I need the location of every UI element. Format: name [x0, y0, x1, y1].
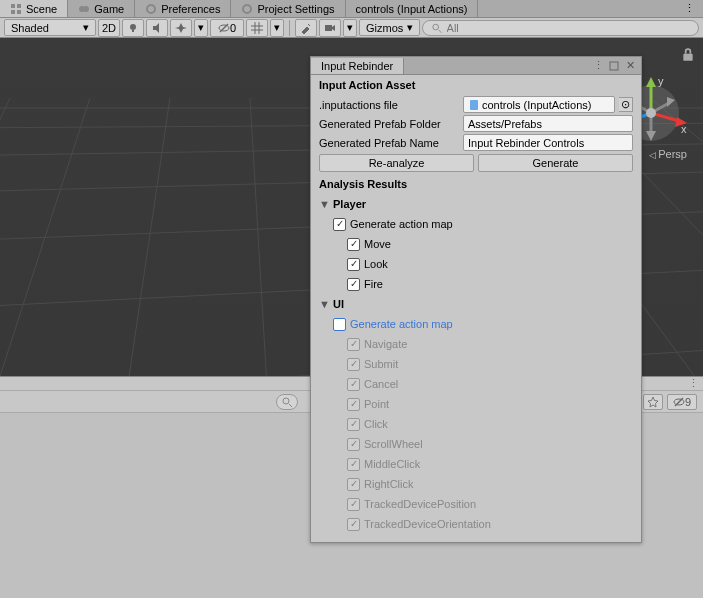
tab-project-settings[interactable]: Project Settings [231, 0, 345, 17]
shading-mode-label: Shaded [11, 22, 49, 34]
tab-scene[interactable]: Scene [0, 0, 68, 17]
hidden-count: 0 [230, 22, 236, 34]
generate-button[interactable]: Generate [478, 154, 633, 172]
checkbox-checked-icon[interactable] [347, 258, 360, 271]
shading-mode-dropdown[interactable]: Shaded▾ [4, 19, 96, 36]
checkbox-disabled-icon [347, 418, 360, 431]
panel-tab-input-rebinder[interactable]: Input Rebinder [311, 58, 404, 74]
player-foldout[interactable]: ▼Player [319, 194, 633, 214]
svg-rect-2 [11, 10, 15, 14]
object-picker-button[interactable]: ⊙ [619, 97, 633, 112]
svg-point-6 [147, 5, 155, 13]
tab-game[interactable]: Game [68, 0, 135, 17]
ui-action-row: RightClick [319, 474, 633, 494]
generate-label: Generate [533, 157, 579, 169]
lower-search-button[interactable] [276, 394, 298, 410]
checkbox-unchecked-icon[interactable] [333, 318, 346, 331]
svg-point-7 [243, 5, 251, 13]
tab-ctrl-label: controls (Input Actions) [356, 3, 468, 15]
reanalyze-button[interactable]: Re-analyze [319, 154, 474, 172]
grid-icon [251, 22, 263, 34]
checkbox-checked-icon[interactable] [347, 238, 360, 251]
tab-prefs[interactable]: Preferences [135, 0, 231, 17]
projection-label[interactable]: ◁ Persp [649, 148, 687, 160]
checkbox-checked-icon[interactable] [333, 218, 346, 231]
action-fire-row[interactable]: Fire [319, 274, 633, 294]
camera-button[interactable] [319, 19, 341, 37]
search-icon [281, 396, 293, 408]
lighting-toggle-button[interactable] [122, 19, 144, 37]
fx-dropdown-button[interactable]: ▾ [194, 19, 208, 37]
main-tab-strip: Scene Game Preferences Project Settings … [0, 0, 703, 18]
grid-dropdown-button[interactable]: ▾ [270, 19, 284, 37]
tab-controls[interactable]: controls (Input Actions) [346, 0, 479, 17]
audio-icon [151, 22, 163, 34]
scene-search-input[interactable] [447, 22, 690, 34]
panel-tabbar: Input Rebinder ⋮ ✕ [311, 57, 641, 75]
ui-action-label: TrackedDevicePosition [364, 498, 476, 510]
gizmos-dropdown[interactable]: Gizmos▾ [359, 19, 420, 36]
action-move-row[interactable]: Move [319, 234, 633, 254]
search-icon [431, 22, 442, 34]
ui-action-label: TrackedDeviceOrientation [364, 518, 491, 530]
panel-tab-label: Input Rebinder [321, 60, 393, 72]
audio-toggle-button[interactable] [146, 19, 168, 37]
checkbox-disabled-icon [347, 498, 360, 511]
checkbox-disabled-icon [347, 358, 360, 371]
favorite-filter-button[interactable] [643, 394, 663, 410]
fx-toggle-button[interactable] [170, 19, 192, 37]
inputactions-file-label: .inputactions file [319, 99, 459, 111]
camera-dropdown-button[interactable]: ▾ [343, 19, 357, 37]
asset-icon [468, 99, 480, 111]
hidden-objects-button[interactable]: 0 [210, 19, 244, 37]
input-action-asset-header: Input Action Asset [311, 75, 641, 95]
checkbox-disabled-icon [347, 518, 360, 531]
panel-maximize-button[interactable] [607, 59, 621, 73]
ui-action-label: Point [364, 398, 389, 410]
prefab-folder-input[interactable] [463, 115, 633, 132]
camera-icon [324, 22, 336, 34]
tab-prefs-label: Preferences [161, 3, 220, 15]
ui-action-label: RightClick [364, 478, 414, 490]
ui-action-label: ScrollWheel [364, 438, 423, 450]
checkbox-checked-icon[interactable] [347, 278, 360, 291]
fx-icon [175, 22, 187, 34]
svg-point-50 [283, 398, 289, 404]
ui-generate-map-label: Generate action map [350, 318, 453, 330]
ui-action-label: Navigate [364, 338, 407, 350]
star-icon [647, 396, 659, 408]
2d-label: 2D [102, 22, 116, 34]
tools-button[interactable] [295, 19, 317, 37]
tab-overflow-menu[interactable]: ⋮ [676, 0, 703, 17]
gear-icon [145, 3, 157, 15]
action-look-row[interactable]: Look [319, 254, 633, 274]
lower-panel-menu[interactable]: ⋮ [688, 377, 699, 390]
svg-rect-12 [325, 25, 332, 31]
scene-icon [10, 3, 22, 15]
2d-toggle-button[interactable]: 2D [98, 19, 120, 37]
prefab-name-input[interactable] [463, 134, 633, 151]
panel-close-button[interactable]: ✕ [623, 59, 637, 73]
checkbox-disabled-icon [347, 338, 360, 351]
svg-rect-3 [17, 10, 21, 14]
ui-action-row: Submit [319, 354, 633, 374]
foldout-arrow-icon: ▼ [319, 298, 329, 310]
inputactions-file-field[interactable]: controls (InputActions) [463, 96, 615, 113]
hidden-filter-button[interactable]: 9 [667, 394, 697, 410]
panel-menu-button[interactable]: ⋮ [591, 59, 605, 73]
ui-generate-map-row[interactable]: Generate action map [319, 314, 633, 334]
toolbar-separator [289, 20, 290, 36]
prefab-name-label: Generated Prefab Name [319, 137, 459, 149]
svg-line-51 [289, 404, 292, 407]
scene-search[interactable] [422, 20, 699, 36]
grid-toggle-button[interactable] [246, 19, 268, 37]
svg-point-8 [130, 24, 136, 30]
eye-off-icon [673, 396, 685, 408]
ui-action-row: TrackedDevicePosition [319, 494, 633, 514]
ui-foldout[interactable]: ▼UI [319, 294, 633, 314]
ui-action-row: ScrollWheel [319, 434, 633, 454]
lock-icon[interactable] [681, 48, 695, 62]
svg-point-5 [83, 6, 89, 12]
gizmos-label: Gizmos [366, 22, 403, 34]
player-generate-map-row[interactable]: Generate action map [319, 214, 633, 234]
